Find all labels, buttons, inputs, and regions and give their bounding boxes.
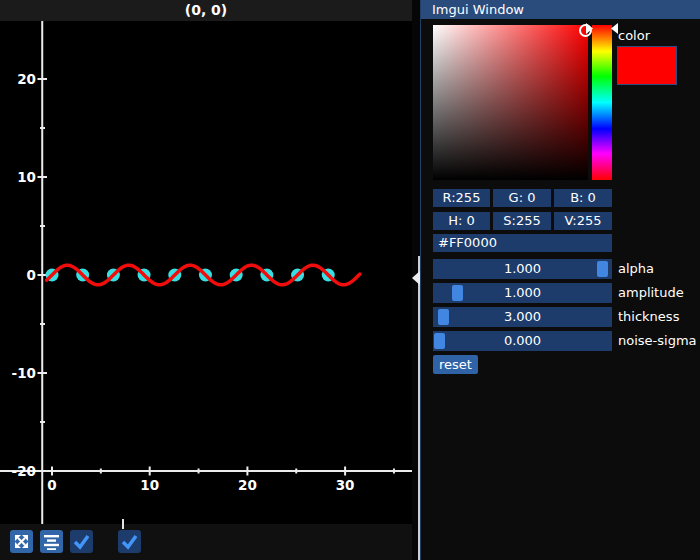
hue-marker-left-icon [586,23,593,34]
cursor-artifact [122,519,124,529]
hex-input[interactable]: #FF0000 [433,234,612,252]
noise-sigma-slider[interactable]: 0.000 [433,331,612,351]
saturation-value-button[interactable]: S:255 [493,212,551,230]
pan-button[interactable] [10,530,33,553]
svg-text:-10: -10 [12,365,36,381]
mouse-pos-checkbox[interactable] [70,530,93,553]
svg-text:20: 20 [17,71,36,87]
slider-grab[interactable] [438,309,449,325]
hue-value-button[interactable]: H: 0 [433,212,490,230]
svg-text:10: 10 [140,477,159,493]
hue-bar[interactable] [592,25,612,180]
amplitude-label: amplitude [618,283,684,303]
imgui-window-title[interactable]: Imgui Window [421,0,700,19]
alpha-label: alpha [618,259,654,279]
reset-button[interactable]: reset [433,355,478,374]
svg-text:-20: -20 [12,463,36,479]
expand-arrows-icon [14,534,29,549]
slider-grab[interactable] [434,333,445,349]
plot-title: (0, 0) [0,0,412,21]
amplitude-slider[interactable]: 1.000 [433,283,612,303]
imgui-window: Imgui Window color R:255 G: 0 B: 0 H: 0 … [420,0,700,560]
checkmark-icon [118,530,141,553]
fit-frame-checkbox[interactable] [118,530,141,553]
plot-toolbar [0,524,412,560]
svg-text:10: 10 [17,169,36,185]
checkmark-icon [70,530,93,553]
red-value-button[interactable]: R:255 [433,189,490,207]
svg-text:0: 0 [27,267,36,283]
blue-value-button[interactable]: B: 0 [554,189,612,207]
noise-sigma-value: 0.000 [433,331,612,351]
legend-button[interactable] [40,530,63,553]
plot-canvas[interactable]: 010203020100-10-20 [0,21,412,524]
svg-text:0: 0 [47,477,56,493]
align-center-lines-icon [44,534,59,550]
noise-sigma-label: noise-sigma [618,331,697,351]
svg-text:30: 30 [336,477,355,493]
color-swatch[interactable] [617,46,677,85]
green-value-button[interactable]: G: 0 [493,189,551,207]
thickness-slider[interactable]: 3.000 [433,307,612,327]
plot-panel: (0, 0) 010203020100-10-20 [0,0,420,560]
app-root: (0, 0) 010203020100-10-20 [0,0,700,560]
slider-grab[interactable] [597,261,608,277]
value-value-button[interactable]: V:255 [554,212,612,230]
saturation-value-picker[interactable] [433,25,588,180]
color-label: color [618,28,650,43]
thickness-label: thickness [618,307,679,327]
slider-grab[interactable] [452,285,463,301]
alpha-slider[interactable]: 1.000 [433,259,612,279]
svg-text:20: 20 [238,477,257,493]
hue-marker-right-icon [611,23,618,34]
thickness-value: 3.000 [433,307,612,327]
alpha-value: 1.000 [433,259,612,279]
